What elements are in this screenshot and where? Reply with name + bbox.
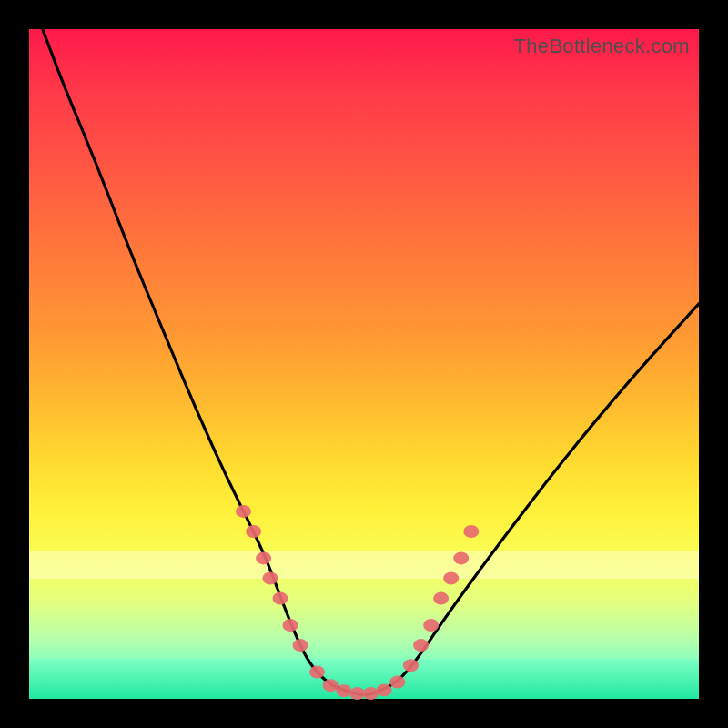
marker-point (236, 505, 251, 518)
marker-point (263, 572, 278, 585)
marker-point (389, 676, 405, 689)
marker-point (413, 639, 429, 652)
curve-svg (29, 29, 699, 699)
plot-area: TheBottleneck.com (29, 29, 699, 699)
marker-point (349, 687, 365, 700)
marker-point (377, 683, 392, 696)
chart-frame: TheBottleneck.com (0, 0, 728, 728)
marker-point (363, 687, 379, 700)
marker-point (293, 639, 308, 652)
marker-point (463, 525, 479, 538)
marker-point (443, 572, 459, 585)
marker-point (433, 592, 449, 605)
marker-point (453, 551, 469, 564)
marker-point (273, 592, 288, 605)
marker-point (246, 525, 261, 538)
marker-point (323, 679, 339, 692)
marker-point (309, 666, 325, 679)
marker-point (423, 619, 439, 632)
marker-point (283, 619, 298, 632)
marker-point (403, 659, 419, 672)
marker-point (336, 684, 351, 697)
bottleneck-curve (43, 29, 699, 694)
marker-point (256, 551, 271, 564)
marker-group (236, 505, 479, 700)
